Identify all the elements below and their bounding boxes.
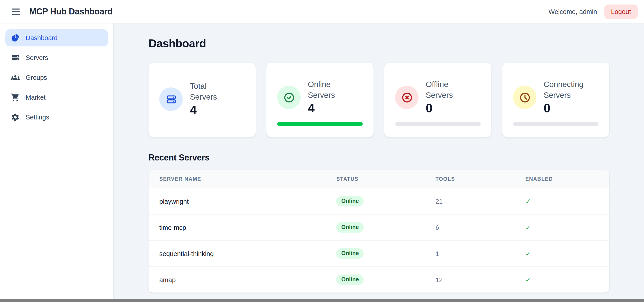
enabled-check-icon: ✓ bbox=[525, 223, 531, 231]
enabled-check-icon: ✓ bbox=[525, 249, 531, 257]
welcome-text: Welcome, admin bbox=[548, 8, 597, 15]
server-icon bbox=[159, 87, 183, 111]
status-badge: Online bbox=[336, 222, 364, 233]
x-circle-icon bbox=[395, 86, 418, 109]
server-name-cell: amap bbox=[148, 267, 329, 292]
clock-icon bbox=[513, 86, 536, 109]
top-bar: MCP Hub Dashboard Welcome, admin Logout bbox=[0, 0, 644, 24]
table-row[interactable]: playwright Online 21 ✓ bbox=[148, 188, 609, 214]
sidebar-item-settings[interactable]: Settings bbox=[6, 109, 108, 126]
sidebar-item-servers[interactable]: Servers bbox=[6, 49, 108, 66]
progress-bar bbox=[395, 122, 481, 126]
stat-card-total-servers: Total Servers 4 bbox=[148, 63, 256, 137]
sidebar-item-dashboard[interactable]: Dashboard bbox=[6, 29, 108, 46]
stat-label: Offline Servers bbox=[426, 79, 469, 101]
gear-icon bbox=[11, 113, 20, 122]
shopping-cart-icon bbox=[11, 93, 20, 102]
column-header-enabled: ENABLED bbox=[518, 170, 609, 188]
sidebar-item-groups[interactable]: Groups bbox=[6, 69, 108, 86]
enabled-check-icon: ✓ bbox=[525, 276, 531, 283]
tools-cell: 6 bbox=[428, 214, 518, 240]
progress-bar bbox=[513, 122, 598, 126]
sidebar: Dashboard Servers bbox=[0, 24, 114, 299]
stat-value: 0 bbox=[544, 101, 587, 115]
server-stack-icon bbox=[11, 53, 20, 62]
pie-chart-icon bbox=[11, 33, 20, 42]
hamburger-menu-icon[interactable] bbox=[10, 6, 22, 17]
top-bar-right: Welcome, admin Logout bbox=[548, 4, 638, 19]
sidebar-item-label: Market bbox=[26, 94, 46, 101]
recent-servers-table-card: SERVER NAME STATUS TOOLS ENABLED playwri… bbox=[148, 170, 609, 292]
main-area: Dashboard bbox=[114, 24, 644, 299]
check-circle-icon bbox=[277, 86, 300, 109]
status-badge: Online bbox=[336, 274, 364, 285]
table-row[interactable]: time-mcp Online 6 ✓ bbox=[148, 214, 609, 240]
tools-cell: 12 bbox=[428, 267, 518, 292]
horizontal-scrollbar[interactable] bbox=[0, 299, 644, 302]
stat-card-connecting-servers: Connecting Servers 0 bbox=[502, 63, 609, 137]
app-window: MCP Hub Dashboard Welcome, admin Logout … bbox=[0, 0, 644, 302]
tools-cell: 1 bbox=[428, 240, 518, 267]
stat-value: 4 bbox=[190, 103, 233, 117]
sidebar-item-label: Groups bbox=[26, 74, 47, 81]
stat-cards-row: Total Servers 4 bbox=[148, 63, 609, 137]
sidebar-item-label: Dashboard bbox=[26, 34, 58, 42]
table-header-row: SERVER NAME STATUS TOOLS ENABLED bbox=[148, 170, 609, 188]
server-name-cell: time-mcp bbox=[148, 214, 329, 240]
column-header-tools: TOOLS bbox=[428, 170, 518, 188]
server-name-cell: sequential-thinking bbox=[148, 240, 329, 267]
server-name-cell: playwright bbox=[148, 188, 329, 214]
table-row[interactable]: amap Online 12 ✓ bbox=[148, 267, 609, 292]
stat-label: Connecting Servers bbox=[544, 79, 587, 101]
sidebar-item-label: Settings bbox=[26, 114, 49, 121]
sidebar-item-market[interactable]: Market bbox=[6, 89, 108, 106]
stat-card-online-servers: Online Servers 4 bbox=[266, 63, 374, 137]
table-row[interactable]: sequential-thinking Online 1 ✓ bbox=[148, 240, 609, 267]
recent-servers-title: Recent Servers bbox=[148, 153, 609, 163]
column-header-status: STATUS bbox=[329, 170, 428, 188]
progress-bar bbox=[277, 122, 363, 126]
recent-servers-table: SERVER NAME STATUS TOOLS ENABLED playwri… bbox=[148, 170, 609, 292]
stat-value: 4 bbox=[308, 101, 351, 115]
status-badge: Online bbox=[336, 196, 364, 206]
status-badge: Online bbox=[336, 248, 364, 259]
page-title: Dashboard bbox=[148, 37, 609, 50]
enabled-check-icon: ✓ bbox=[525, 197, 531, 205]
stat-card-offline-servers: Offline Servers 0 bbox=[384, 63, 492, 137]
app-title: MCP Hub Dashboard bbox=[29, 7, 112, 17]
stat-value: 0 bbox=[426, 101, 469, 115]
groups-icon bbox=[11, 73, 20, 82]
sidebar-item-label: Servers bbox=[26, 54, 48, 61]
progress-fill bbox=[277, 122, 363, 126]
tools-cell: 21 bbox=[428, 188, 518, 214]
stat-label: Total Servers bbox=[190, 81, 233, 103]
column-header-server-name: SERVER NAME bbox=[148, 170, 329, 188]
stat-label: Online Servers bbox=[308, 79, 351, 101]
logout-button[interactable]: Logout bbox=[604, 4, 638, 19]
